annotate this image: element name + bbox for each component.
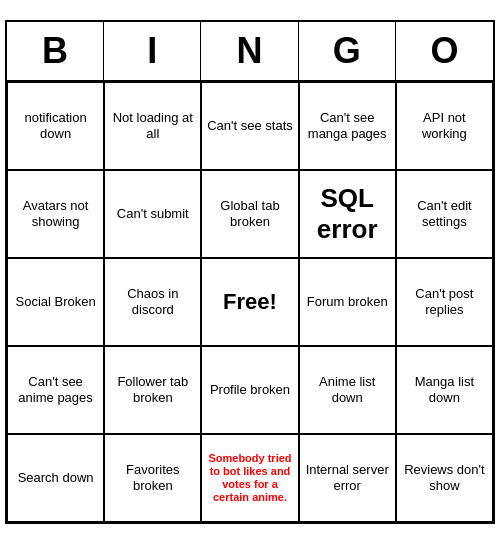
bingo-cell-21: Favorites broken	[104, 434, 201, 522]
bingo-header: BINGO	[7, 22, 493, 82]
bingo-cell-5: Avatars not showing	[7, 170, 104, 258]
bingo-cell-24: Reviews don't show	[396, 434, 493, 522]
bingo-cell-13: Forum broken	[299, 258, 396, 346]
bingo-cell-14: Can't post replies	[396, 258, 493, 346]
bingo-card: BINGO notification downNot loading at al…	[5, 20, 495, 524]
bingo-cell-19: Manga list down	[396, 346, 493, 434]
bingo-cell-4: API not working	[396, 82, 493, 170]
bingo-cell-3: Can't see manga pages	[299, 82, 396, 170]
bingo-cell-22: Somebody tried to bot likes and votes fo…	[201, 434, 298, 522]
bingo-cell-12: Free!	[201, 258, 298, 346]
bingo-cell-18: Anime list down	[299, 346, 396, 434]
bingo-letter-b: B	[7, 22, 104, 80]
bingo-cell-11: Chaos in discord	[104, 258, 201, 346]
bingo-cell-15: Can't see anime pages	[7, 346, 104, 434]
bingo-cell-23: Internal server error	[299, 434, 396, 522]
bingo-letter-g: G	[299, 22, 396, 80]
bingo-cell-20: Search down	[7, 434, 104, 522]
bingo-cell-10: Social Broken	[7, 258, 104, 346]
bingo-cell-17: Profile broken	[201, 346, 298, 434]
bingo-cell-0: notification down	[7, 82, 104, 170]
bingo-letter-n: N	[201, 22, 298, 80]
bingo-cell-8: SQL error	[299, 170, 396, 258]
bingo-cell-6: Can't submit	[104, 170, 201, 258]
bingo-cell-9: Can't edit settings	[396, 170, 493, 258]
bingo-grid: notification downNot loading at allCan't…	[7, 82, 493, 522]
bingo-letter-i: I	[104, 22, 201, 80]
bingo-cell-7: Global tab broken	[201, 170, 298, 258]
bingo-cell-16: Follower tab broken	[104, 346, 201, 434]
bingo-cell-1: Not loading at all	[104, 82, 201, 170]
bingo-cell-2: Can't see stats	[201, 82, 298, 170]
bingo-letter-o: O	[396, 22, 493, 80]
